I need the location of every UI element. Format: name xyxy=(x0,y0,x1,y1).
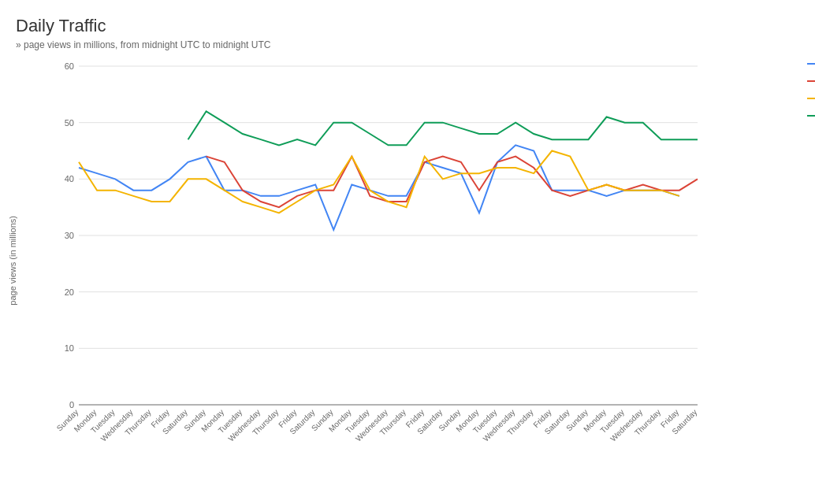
legend-item-march: March xyxy=(807,93,815,104)
chart-area: page views (in millions) 0102030405060Su… xyxy=(16,58,799,487)
chart-subtitle: » page views in millions, from midnight … xyxy=(16,39,799,50)
legend-item-april: April xyxy=(807,110,815,121)
y-axis-label: page views (in millions) xyxy=(8,216,17,306)
legend-color xyxy=(807,63,815,65)
legend-color xyxy=(807,115,815,117)
series-february xyxy=(207,157,698,208)
legend-color xyxy=(807,98,815,99)
main-chart: 0102030405060SundayMondayTuesdayWednesda… xyxy=(51,58,713,484)
svg-text:40: 40 xyxy=(65,174,74,183)
legend-color xyxy=(807,80,815,82)
legend: JanuaryFebruaryMarchApril xyxy=(807,58,815,128)
chart-title: Daily Traffic xyxy=(16,16,799,36)
series-january xyxy=(79,145,679,229)
svg-text:60: 60 xyxy=(65,61,74,71)
svg-text:10: 10 xyxy=(65,343,74,353)
chart-container: Daily Traffic » page views in millions, … xyxy=(0,0,815,504)
svg-text:50: 50 xyxy=(65,118,74,128)
legend-item-february: February xyxy=(807,76,815,87)
legend-item-january: January xyxy=(807,58,815,69)
series-april xyxy=(188,111,698,145)
svg-text:30: 30 xyxy=(65,231,74,240)
svg-text:20: 20 xyxy=(65,287,74,297)
series-march xyxy=(79,151,679,213)
